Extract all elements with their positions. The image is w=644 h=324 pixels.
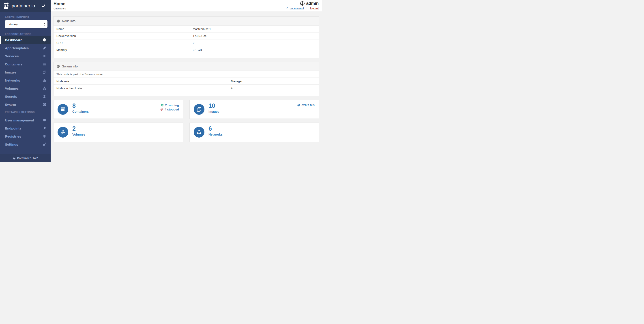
networks-label: Networks xyxy=(208,133,222,136)
table-row: Memory 2.1 GB xyxy=(54,46,319,53)
sidebar-footer[interactable]: Portainer 1.14.2 xyxy=(0,154,50,162)
endpoint-menu: Dashboard App Templates Services Contain… xyxy=(0,36,50,108)
server-icon xyxy=(42,62,46,66)
user-circle-icon xyxy=(300,1,305,6)
brand-name: portainer.io xyxy=(12,3,35,9)
networks-count: 6 xyxy=(208,125,222,132)
sidebar-item-label: User management xyxy=(5,118,34,122)
sitemap-icon xyxy=(196,130,202,135)
images-tile[interactable]: 10 Images 629.2 MB xyxy=(190,100,319,119)
sidebar-item-app-templates[interactable]: App Templates xyxy=(0,44,50,52)
sidebar-item-label: Services xyxy=(5,54,19,58)
sidebar-item-endpoints[interactable]: Endpoints xyxy=(0,124,50,132)
top-header: Home Dashboard admin my account log out xyxy=(50,0,322,12)
sidebar-item-volumes[interactable]: Volumes xyxy=(0,84,50,92)
heartbeat-running-icon xyxy=(161,104,164,107)
images-label: Images xyxy=(208,110,219,113)
images-count: 10 xyxy=(208,102,219,109)
clone-icon xyxy=(196,107,202,112)
tachometer-icon xyxy=(56,19,60,23)
networks-tile[interactable]: 6 Networks xyxy=(190,123,319,142)
running-count: 2 running xyxy=(165,103,179,107)
swarm-info-header: Swarm info xyxy=(54,62,319,71)
volumes-tile-circle xyxy=(58,127,68,138)
sidebar-item-label: Registries xyxy=(5,134,21,138)
sidebar-item-label: Volumes xyxy=(5,87,18,90)
containers-count: 8 xyxy=(72,102,89,109)
row-label: Docker version xyxy=(56,34,193,38)
sidebar: portainer.io ACTIVE ENDPOINT primary END… xyxy=(0,0,50,162)
volumes-label: Volumes xyxy=(72,133,85,136)
breadcrumb: Dashboard xyxy=(54,7,66,10)
cogs-icon xyxy=(42,143,46,146)
cubes-icon xyxy=(60,130,66,135)
sidebar-item-label: Swarm xyxy=(5,103,16,106)
sidebar-item-secrets[interactable]: Secrets xyxy=(0,92,50,100)
row-label: Node role xyxy=(56,80,231,83)
log-out-link[interactable]: log out xyxy=(306,7,319,10)
row-value: 4 xyxy=(231,87,232,90)
sign-out-icon xyxy=(306,7,309,10)
pie-chart-icon xyxy=(297,104,300,107)
github-icon xyxy=(12,157,16,160)
node-info-title: Node info xyxy=(62,19,76,23)
tachometer-icon xyxy=(42,38,46,42)
cluster-message: This node is part of a Swarm cluster xyxy=(56,73,103,76)
user-block: admin my account log out xyxy=(286,1,319,10)
sidebar-item-user-management[interactable]: User management xyxy=(0,116,50,124)
sitemap-icon xyxy=(42,78,46,82)
version-label: Portainer 1.14.2 xyxy=(17,157,38,160)
sidebar-item-label: Dashboard xyxy=(5,38,22,42)
my-account-link[interactable]: my account xyxy=(286,7,304,10)
sidebar-item-containers[interactable]: Containers xyxy=(0,60,50,68)
sidebar-item-label: Containers xyxy=(5,62,22,66)
username: admin xyxy=(306,1,319,6)
sidebar-item-networks[interactable]: Networks xyxy=(0,76,50,84)
server-icon xyxy=(60,107,66,112)
endpoint-actions-label: ENDPOINT ACTIONS xyxy=(0,33,32,36)
endpoint-select-value: primary xyxy=(8,23,18,26)
object-group-icon xyxy=(42,103,46,106)
volumes-count: 2 xyxy=(72,125,85,132)
row-label: CPU xyxy=(56,41,193,45)
node-info-panel: Node info Name masterlinux01 Docker vers… xyxy=(53,16,319,58)
rocket-icon xyxy=(42,46,46,50)
users-icon xyxy=(42,118,46,122)
sidebar-item-dashboard[interactable]: Dashboard xyxy=(0,36,50,44)
endpoint-select[interactable]: primary xyxy=(5,20,48,28)
sidebar-item-settings[interactable]: Settings xyxy=(0,140,50,148)
cubes-icon xyxy=(42,87,46,90)
cluster-message-row: This node is part of a Swarm cluster xyxy=(54,71,319,78)
table-row: Name masterlinux01 xyxy=(54,26,319,33)
sidebar-item-swarm[interactable]: Swarm xyxy=(0,100,50,108)
sidebar-toggle-icon[interactable] xyxy=(42,4,46,8)
sidebar-item-label: Networks xyxy=(5,78,20,82)
row-label: Name xyxy=(56,27,193,31)
volumes-tile[interactable]: 2 Volumes xyxy=(53,123,183,142)
table-row: Docker version 17.06.1-ce xyxy=(54,33,319,40)
row-value: masterlinux01 xyxy=(193,27,211,31)
row-label: Memory xyxy=(56,48,193,52)
sidebar-item-label: Images xyxy=(5,70,16,74)
list-icon xyxy=(42,54,46,58)
sidebar-item-services[interactable]: Services xyxy=(0,52,50,60)
settings-menu: User management Endpoints Registries Set… xyxy=(0,116,50,148)
node-info-header: Node info xyxy=(54,17,319,26)
active-endpoint-label: ACTIVE ENDPOINT xyxy=(0,16,29,18)
database-icon xyxy=(42,134,46,138)
sidebar-item-images[interactable]: Images xyxy=(0,68,50,76)
networks-tile-circle xyxy=(194,127,204,138)
my-account-label: my account xyxy=(290,7,304,10)
sidebar-item-label: Endpoints xyxy=(5,126,21,130)
sidebar-item-registries[interactable]: Registries xyxy=(0,132,50,140)
containers-tile[interactable]: 8 Containers 2 running 4 stopped xyxy=(53,100,183,119)
select-caret-icon xyxy=(44,23,46,26)
sidebar-item-label: Settings xyxy=(5,143,18,146)
containers-label: Containers xyxy=(72,110,89,113)
row-value: 2.1 GB xyxy=(193,48,202,52)
swarm-info-panel: Swarm info This node is part of a Swarm … xyxy=(53,62,319,96)
sidebar-item-label: Secrets xyxy=(5,95,17,98)
row-label: Nodes in the cluster xyxy=(56,87,231,90)
portainer-settings-label: PORTAINER SETTINGS xyxy=(0,111,35,113)
wrench-icon xyxy=(286,7,289,10)
